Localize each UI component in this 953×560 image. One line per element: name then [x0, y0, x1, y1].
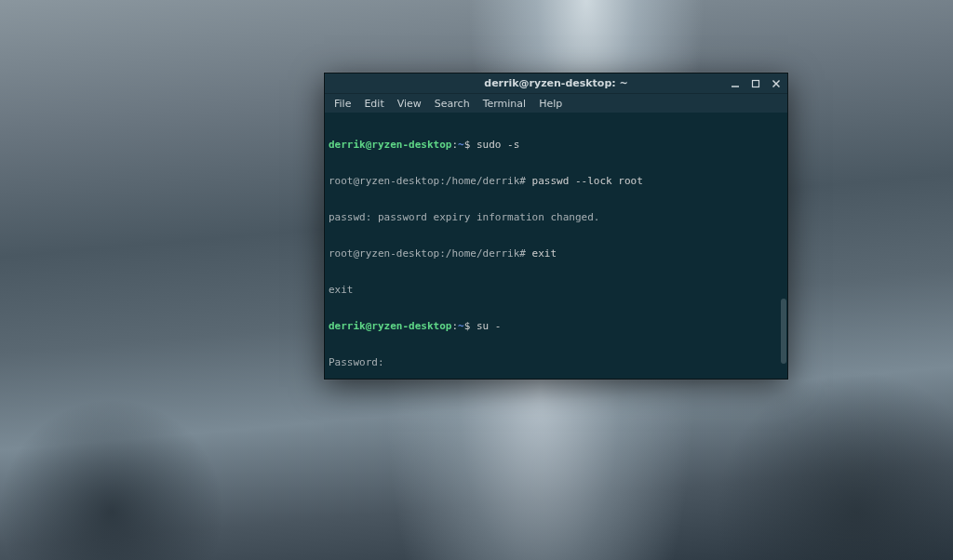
menu-search[interactable]: Search — [429, 96, 476, 112]
menu-file[interactable]: File — [329, 96, 356, 112]
terminal-line: derrik@ryzen-desktop:~$ su - — [329, 320, 784, 332]
menu-help[interactable]: Help — [533, 96, 568, 112]
terminal-line: root@ryzen-desktop:/home/derrik# exit — [329, 247, 784, 260]
window-title: derrik@ryzen-desktop: ~ — [484, 77, 627, 89]
scrollbar[interactable] — [780, 113, 787, 379]
svg-rect-1 — [753, 81, 759, 87]
terminal-line: Password: — [329, 356, 784, 368]
menu-edit[interactable]: Edit — [358, 96, 389, 112]
menu-terminal[interactable]: Terminal — [477, 96, 532, 112]
maximize-button[interactable] — [748, 76, 763, 91]
maximize-icon — [751, 79, 760, 88]
titlebar[interactable]: derrik@ryzen-desktop: ~ — [325, 73, 787, 94]
menu-view[interactable]: View — [392, 96, 427, 112]
terminal-line: root@ryzen-desktop:/home/derrik# passwd … — [329, 175, 784, 187]
terminal-line: derrik@ryzen-desktop:~$ sudo -s — [329, 139, 784, 151]
close-button[interactable] — [769, 76, 784, 91]
minimize-button[interactable] — [728, 76, 743, 91]
close-icon — [772, 79, 781, 88]
terminal-body[interactable]: derrik@ryzen-desktop:~$ sudo -s root@ryz… — [325, 113, 787, 379]
menubar: File Edit View Search Terminal Help — [325, 94, 787, 113]
scrollbar-thumb[interactable] — [781, 299, 786, 364]
window-controls — [728, 73, 784, 94]
minimize-icon — [731, 79, 740, 88]
terminal-line: passwd: password expiry information chan… — [329, 211, 784, 223]
terminal-line: exit — [329, 284, 784, 296]
terminal-window: derrik@ryzen-desktop: ~ File Edit View S… — [324, 73, 788, 380]
